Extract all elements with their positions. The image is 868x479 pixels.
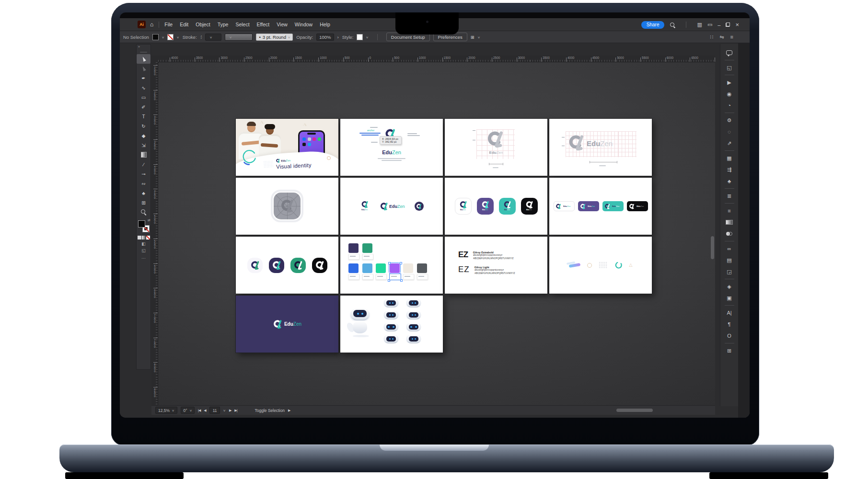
- rectangle-tool[interactable]: ▭: [137, 92, 150, 102]
- links-panel[interactable]: ∞: [720, 243, 738, 254]
- menu-item[interactable]: Effect: [257, 22, 270, 27]
- measure-tool[interactable]: ∕: [137, 160, 150, 169]
- panel-group-divider[interactable]: [720, 202, 738, 205]
- draw-mode-icon[interactable]: ◧: [137, 241, 150, 246]
- actions-panel[interactable]: ▶: [720, 77, 738, 88]
- artboards-panel[interactable]: ▦: [720, 152, 738, 164]
- rotate-tool[interactable]: ↻: [137, 121, 150, 131]
- snap-options-icon[interactable]: ∷: [710, 34, 713, 40]
- search-icon[interactable]: [670, 22, 675, 28]
- blend-tool[interactable]: ∾: [137, 179, 150, 188]
- menu-item[interactable]: Select: [235, 22, 249, 27]
- restore-button[interactable]: [726, 23, 730, 27]
- panel-menu-icon[interactable]: ≡: [730, 34, 733, 40]
- character-panel[interactable]: A|: [720, 307, 738, 319]
- automation-panel[interactable]: ⚙: [720, 114, 738, 126]
- pen-tool[interactable]: ✒: [137, 73, 150, 83]
- color-panel[interactable]: ◉: [720, 88, 738, 100]
- brush-preview-dropdown[interactable]: ∨: [225, 34, 253, 41]
- first-artboard-button[interactable]: |◀: [198, 409, 200, 412]
- close-button[interactable]: ×: [735, 23, 739, 27]
- align-grid-panel[interactable]: ⊞: [720, 345, 738, 356]
- eraser-tool[interactable]: ◆: [137, 131, 150, 140]
- paragraph-panel[interactable]: ¶: [720, 319, 738, 330]
- symbol-sprayer-tool[interactable]: ♣: [137, 188, 150, 198]
- opacity-field[interactable]: 100%: [316, 34, 334, 41]
- brushes-panel[interactable]: ⇶: [720, 164, 738, 175]
- home-icon[interactable]: ⌂: [150, 21, 153, 28]
- menu-item[interactable]: Edit: [180, 22, 188, 27]
- workspace-switcher-icon[interactable]: ⇋: [719, 34, 724, 40]
- rotation-select[interactable]: 0°∨: [181, 407, 195, 414]
- horizontal-scrollbar[interactable]: [298, 408, 711, 412]
- menu-item[interactable]: Type: [218, 22, 229, 27]
- stroke-color-swatch[interactable]: [167, 34, 174, 40]
- fill-stroke-indicator[interactable]: ⇄: [138, 220, 150, 234]
- zoom-level-select[interactable]: 12,5%∨: [155, 407, 177, 414]
- minimize-button[interactable]: –: [718, 22, 720, 28]
- opacity-dropdown-icon[interactable]: ›: [337, 34, 339, 40]
- swap-fill-stroke-icon[interactable]: ⇄: [148, 218, 150, 222]
- color-mode-bar[interactable]: [137, 236, 150, 240]
- menu-item[interactable]: Window: [295, 22, 312, 27]
- symbols-panel[interactable]: ♣: [720, 175, 738, 187]
- export-panel[interactable]: ⇗: [720, 137, 738, 149]
- menu-item[interactable]: File: [164, 22, 173, 27]
- next-artboard-button[interactable]: ▶: [229, 409, 231, 412]
- scroll-right-icon[interactable]: ▶: [288, 409, 290, 412]
- eyedropper-tool[interactable]: ⊸: [137, 169, 150, 179]
- zoom-tool[interactable]: [137, 207, 150, 217]
- stroke-panel[interactable]: ≡: [720, 205, 738, 217]
- layout-panel-left-icon[interactable]: ▥: [697, 22, 702, 28]
- chevron-down-icon[interactable]: ∨: [223, 409, 226, 412]
- artboard-tool[interactable]: ⊞: [137, 198, 150, 207]
- fill-swatch[interactable]: [138, 220, 145, 228]
- stroke-weight-stepper[interactable]: ∧∨: [200, 35, 202, 39]
- brush-definition-dropdown[interactable]: • 3 pt. Round ∨: [256, 34, 293, 41]
- horizontal-scrollbar-thumb[interactable]: [616, 409, 653, 412]
- style-swatch[interactable]: [357, 34, 363, 40]
- chevron-down-icon[interactable]: ∨: [176, 35, 179, 39]
- panel-group-divider[interactable]: [720, 58, 738, 62]
- screen-mode-icon[interactable]: ◱: [137, 248, 150, 253]
- last-artboard-button[interactable]: ▶|: [234, 409, 237, 412]
- artboard-number-field[interactable]: 11: [209, 407, 220, 414]
- panel-group-divider[interactable]: [720, 187, 738, 190]
- vertical-scrollbar-thumb[interactable]: [711, 236, 714, 259]
- chevron-down-icon[interactable]: ∨: [162, 35, 164, 39]
- direct-selection-tool[interactable]: [137, 64, 150, 73]
- panel-group-divider[interactable]: [720, 342, 738, 345]
- more-tools-icon[interactable]: ⋯: [137, 256, 150, 261]
- properties-panel[interactable]: ≣: [720, 190, 738, 202]
- scale-tool[interactable]: ⇲: [137, 140, 150, 150]
- paintbrush-tool[interactable]: ✐: [137, 102, 150, 112]
- panel-group-divider[interactable]: [720, 240, 738, 243]
- curvature-tool[interactable]: ∿: [137, 83, 150, 92]
- artboard-list-panel[interactable]: ▣: [720, 292, 738, 304]
- comments-panel[interactable]: [720, 47, 738, 58]
- selection-tool[interactable]: [137, 54, 150, 64]
- pathfinder-panel[interactable]: ◱: [720, 62, 738, 73]
- swatches-panel[interactable]: ▤: [720, 254, 738, 266]
- panel-group-divider[interactable]: [720, 277, 738, 281]
- asset-export-panel[interactable]: ◲: [720, 266, 738, 277]
- panel-grip[interactable]: [140, 52, 147, 53]
- color-guide-panel[interactable]: ◔: [720, 100, 738, 111]
- transparency-panel[interactable]: [720, 228, 738, 240]
- collapse-panel-icon[interactable]: »: [137, 45, 150, 51]
- gradient-panel[interactable]: [720, 217, 738, 228]
- transform-reference-icon[interactable]: ⊞: [471, 34, 475, 40]
- panel-group-divider[interactable]: [720, 73, 738, 77]
- type-tool[interactable]: T: [137, 112, 150, 121]
- stroke-weight-field[interactable]: ∨: [205, 34, 221, 41]
- share-button[interactable]: Share: [641, 21, 665, 29]
- opentype-panel[interactable]: O: [720, 330, 738, 342]
- layout-panel-right-icon[interactable]: ▭: [707, 22, 712, 28]
- previous-artboard-button[interactable]: ◀: [204, 409, 206, 412]
- menu-item[interactable]: View: [277, 22, 288, 27]
- layers-panel[interactable]: ◈: [720, 281, 738, 292]
- chevron-down-icon[interactable]: ∨: [477, 35, 480, 39]
- panel-group-divider[interactable]: [720, 111, 738, 114]
- gradient-tool[interactable]: [137, 150, 150, 160]
- chevron-down-icon[interactable]: ∨: [366, 35, 369, 39]
